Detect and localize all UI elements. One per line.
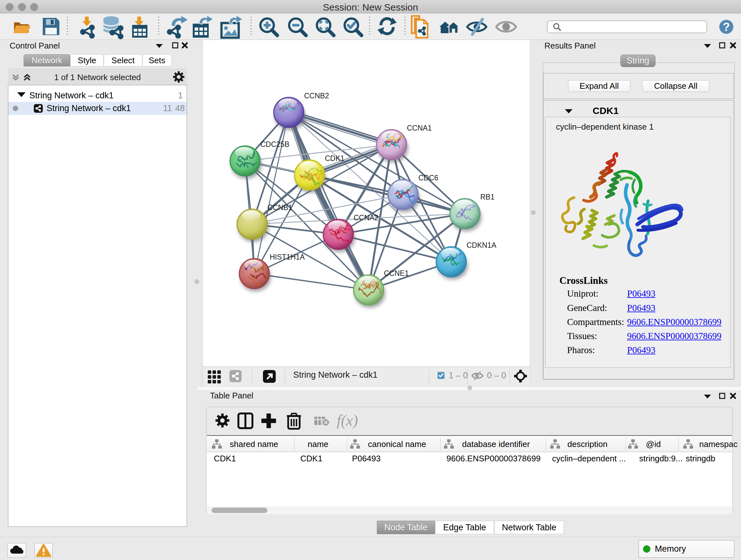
svg-text:CDC6: CDC6 [418, 174, 439, 182]
svg-text:CDKN1A: CDKN1A [467, 241, 496, 249]
svg-text:CDC25B: CDC25B [260, 140, 289, 148]
svg-text:HIST1H1A: HIST1H1A [270, 253, 305, 261]
svg-text:f(x): f(x) [337, 412, 358, 429]
svg-text:CDK1: CDK1 [325, 154, 344, 163]
svg-text:CCNA2: CCNA2 [354, 213, 379, 222]
svg-text:CCNE1: CCNE1 [384, 269, 409, 277]
svg-text:?: ? [723, 20, 730, 34]
svg-text:CCNB2: CCNB2 [304, 91, 329, 100]
svg-text:RB1: RB1 [480, 193, 495, 201]
svg-text:CCNA1: CCNA1 [407, 124, 432, 132]
svg-text:CCNB1: CCNB1 [267, 203, 292, 212]
